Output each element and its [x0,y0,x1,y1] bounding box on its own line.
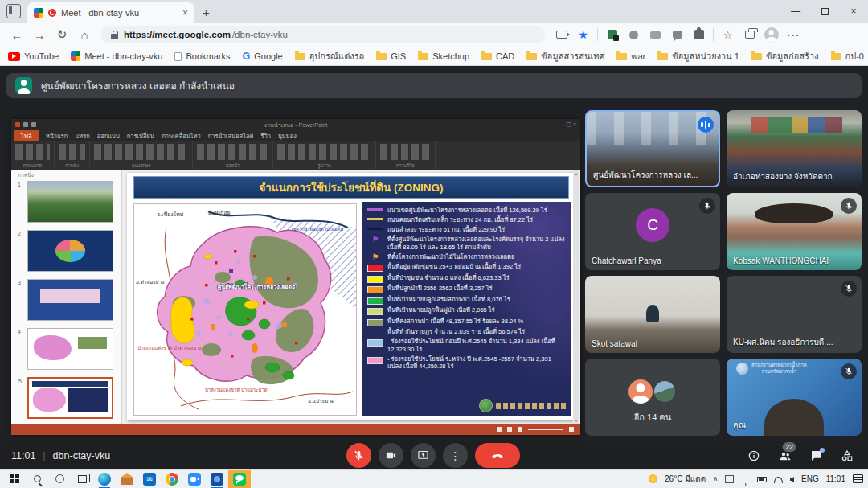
tray-volume-icon[interactable] [790,477,794,482]
extension-icon-3[interactable] [645,25,665,45]
slide-thumbnail-3[interactable]: 3 [27,279,113,321]
view-slideshow-icon[interactable] [518,427,522,432]
bookmark-meet[interactable]: Meet - dbn-ctay-vku [71,51,162,61]
bookmark-folder[interactable]: GIS [376,51,406,61]
ppt-tab-home[interactable]: หน้าแรก [46,131,68,141]
bookmark-youtube[interactable]: YouTube [8,51,59,61]
participants-panel-icon[interactable]: 22 [778,449,792,462]
taskbar-file-explorer[interactable] [116,470,138,488]
cortana-button[interactable] [48,470,71,488]
start-button[interactable] [3,470,26,488]
participant-tile[interactable]: Kobsak WANTHONGCHAI [727,193,862,270]
taskbar-line[interactable] [228,470,251,488]
vertical-tabs-icon[interactable] [6,4,21,18]
ppt-file-tab[interactable]: ไฟล์ [14,130,39,141]
window-minimize-button[interactable]: — [781,0,810,23]
web-capture-icon[interactable] [551,25,571,45]
ppt-tab-insert[interactable]: แทรก [75,131,89,141]
participant-tile-presenter[interactable]: ศูนย์พัฒนาโครงการหลวง เล... [585,110,720,187]
scroll-up-icon[interactable]: ▲ [575,171,579,176]
canvas-scrollbar[interactable]: ▲▼ [573,170,579,424]
legend-item: พื้นที่ป่าชุมชน จำนวน 6 แห่ง เนื้อที่ 6,… [367,274,567,283]
participant-tile[interactable]: KU-ผศ.นิคม รองอธิการบดี ... [727,276,862,353]
ppt-tab-transitions[interactable]: การเปลี่ยน [127,131,154,141]
extension-icon-1[interactable] [602,25,622,45]
taskbar-app-blue[interactable] [206,470,228,488]
participant-tile[interactable]: C Chatchawarl Panya [585,193,720,270]
bookmark-folder[interactable]: Sketchup [418,51,469,61]
forward-button[interactable]: → [29,24,50,45]
view-normal-icon[interactable] [497,427,502,432]
favorites-bar-icon[interactable]: ☆ [718,25,738,45]
taskbar-chrome[interactable] [161,470,183,488]
tray-language[interactable]: ENG [801,474,819,483]
task-view-button[interactable] [71,470,93,488]
ppt-tab-design[interactable]: ออกแบบ [97,131,120,141]
tab-close-icon[interactable]: × [182,7,188,18]
ppt-slide-panel[interactable]: ภาพนิ่ง 1 2 3 4 5 6 [11,170,122,424]
slide-thumbnail-2[interactable]: 2 [27,230,113,272]
view-sorter-icon[interactable] [507,427,512,432]
browser-menu-icon[interactable]: ⋯ [783,25,803,45]
ppt-tab-animations[interactable]: ภาพเคลื่อนไหว [162,131,201,141]
reload-button[interactable]: ↻ [51,24,72,45]
window-restore-button[interactable] [810,0,839,23]
slide-thumbnail-4[interactable]: 4 [27,328,113,370]
profile-avatar[interactable] [761,25,781,45]
tray-battery-icon[interactable] [757,477,767,482]
taskbar-zoom[interactable] [183,470,206,488]
ppt-tab-review[interactable]: รีวิว [260,131,270,141]
bookmark-folder[interactable]: war [616,51,645,61]
weather-text[interactable]: 26°C มีแดด [665,473,706,485]
taskbar-edge[interactable] [93,470,116,488]
collections-icon[interactable] [739,25,760,45]
tray-wifi-icon[interactable] [774,477,783,483]
scroll-down-icon[interactable]: ▼ [575,418,579,423]
tray-mic-icon[interactable] [741,475,750,483]
ppt-tab-slideshow[interactable]: การนำเสนอสไลด์ [208,131,254,141]
shared-screen-powerpoint[interactable]: งานนำเสนอ - PowerPoint – ▢ × ไฟล์ หน้าแร… [11,119,580,435]
bookmark-folder[interactable]: ข้อมูลก่อสร้าง [751,49,819,64]
slide-thumbnail-5-selected[interactable]: 5 [27,377,113,419]
extensions-puzzle-icon[interactable] [689,25,709,45]
mic-mute-button[interactable] [346,443,371,468]
more-options-button[interactable]: ⋮ [443,443,468,468]
present-button[interactable] [411,443,436,468]
more-participants-tile[interactable]: อีก 14 คน [585,359,720,436]
ppt-tab-view[interactable]: มุมมอง [278,131,297,141]
bookmark-folder[interactable]: อุปกรณ์แต่งรถ [295,49,365,64]
new-tab-button[interactable]: + [194,2,218,23]
taskbar-search-button[interactable] [26,470,48,488]
extension-icon-2[interactable] [624,25,644,45]
window-close-button[interactable]: × [839,0,868,23]
bookmark-google[interactable]: GGoogle [242,51,282,62]
favorite-star-icon[interactable]: ★ [573,25,593,45]
back-button[interactable]: ← [6,24,27,45]
participant-tile[interactable]: Skot satawat [585,276,720,353]
lock-icon[interactable] [111,34,118,39]
slide-thumbnail-1[interactable]: 1 [27,181,113,223]
self-tile[interactable]: สำนักงานทรัพยากรน้ำภาคกรมทรัพยากรน้ำ คุณ [727,359,862,436]
camera-button[interactable] [379,443,403,468]
end-call-button[interactable] [475,443,520,468]
extension-icon-4[interactable] [667,25,687,45]
bookmark-folder[interactable]: กป-0 [831,49,864,64]
bookmark-folder[interactable]: ข้อมูลหน่วยงาน 1 [657,49,739,64]
bookmark-bookmarks[interactable]: Bookmarks [174,51,230,61]
bookmark-folder[interactable]: ข้อมูลสารสนเทศ [526,49,604,64]
tray-app-icon[interactable] [725,475,734,483]
taskbar-mail[interactable]: ✉ [138,470,161,488]
fit-slide-icon[interactable] [569,427,574,432]
chat-panel-icon[interactable] [810,449,823,462]
action-center-icon[interactable] [853,474,863,483]
tray-clock[interactable]: 11:01 [826,474,845,483]
participant-tile[interactable]: อำเภอท่าสองยาง จังหวัดตาก [727,110,862,187]
activities-icon[interactable] [841,449,854,462]
bookmark-folder[interactable]: CAD [481,51,514,61]
address-bar[interactable]: https://meet.google.com /dbn-ctay-vku [101,26,545,43]
browser-tab[interactable]: Meet - dbn-ctay-vku × [27,2,194,23]
tray-expand-icon[interactable]: ∧ [713,475,718,482]
home-button[interactable]: ⌂ [74,24,95,45]
zoom-slider[interactable] [528,429,563,430]
meeting-details-icon[interactable] [747,449,760,462]
